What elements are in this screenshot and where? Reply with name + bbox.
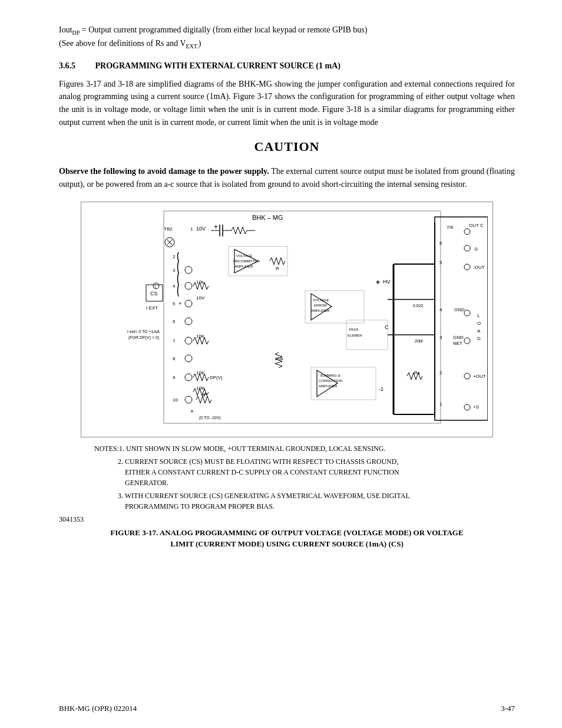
svg-point-71 — [464, 229, 470, 235]
svg-text:10V: 10V — [196, 226, 206, 232]
svg-point-28 — [185, 300, 192, 307]
svg-point-85 — [464, 338, 470, 344]
svg-text:I ext= 0 TO +1mA: I ext= 0 TO +1mA — [127, 330, 160, 334]
svg-text:ERROR: ERROR — [314, 304, 327, 307]
svg-text:VOLTAGE: VOLTAGE — [236, 254, 252, 258]
svg-point-92 — [464, 373, 470, 379]
svg-text:i: i — [155, 285, 156, 289]
svg-text:VOLTAGE: VOLTAGE — [313, 298, 329, 302]
note-3-num — [94, 490, 118, 512]
figure-caption: FIGURE 3-17. ANALOG PROGRAMMING OF OUTPU… — [59, 528, 515, 550]
svg-text:6: 6 — [439, 241, 442, 246]
svg-text:A: A — [477, 328, 481, 334]
svg-point-36 — [185, 337, 192, 344]
svg-text:4: 4 — [173, 284, 176, 289]
svg-text:OUT C: OUT C — [469, 223, 484, 228]
svg-text:D: D — [477, 336, 481, 341]
svg-text:L: L — [477, 313, 480, 318]
svg-rect-61 — [311, 367, 376, 400]
note-1: 1. UNIT SHOWN IN SLOW MODE, +OUT TERMINA… — [119, 443, 385, 454]
figure-number: 3041353 — [59, 515, 515, 524]
svg-text:NET: NET — [453, 341, 462, 346]
circuit-svg: BHK – MG TB2 1 10V + 2 — [87, 208, 488, 432]
intro-text: IoutDP = Output current programmed digit… — [59, 24, 515, 51]
svg-text:I EXT: I EXT — [146, 305, 158, 311]
svg-text:-1: -1 — [379, 386, 384, 392]
page: IoutDP = Output current programmed digit… — [0, 0, 562, 728]
svg-point-108 — [153, 283, 159, 289]
svg-text:(0 TO -10V): (0 TO -10V) — [199, 416, 221, 420]
svg-text:10K: 10K — [196, 370, 205, 375]
footer-right: 3-47 — [501, 704, 515, 713]
circuit-diagram: BHK – MG TB2 1 10V + 2 — [81, 202, 493, 437]
svg-text:6: 6 — [173, 319, 176, 324]
svg-text:+: + — [178, 301, 181, 307]
note-2-row: 2. CURRENT SOURCE (CS) MUST BE FLOATING … — [94, 456, 515, 488]
svg-text:3: 3 — [439, 335, 442, 340]
svg-text:R: R — [276, 266, 279, 271]
svg-text:10: 10 — [173, 397, 178, 403]
svg-point-96 — [464, 404, 470, 410]
svg-point-76 — [464, 264, 470, 270]
intro-line2: (See above for definitions of Rs and VEX… — [59, 39, 201, 48]
svg-text:7: 7 — [173, 338, 176, 344]
svg-point-42 — [185, 374, 192, 381]
note-2-num — [94, 456, 118, 488]
vext-sub: EXT. — [186, 43, 199, 50]
iout-sub: DP — [72, 29, 80, 36]
svg-point-73 — [464, 245, 470, 251]
svg-text:(FOR DP(V) = 0): (FOR DP(V) = 0) — [128, 335, 159, 340]
iout-label: IoutDP = Output current programmed digit… — [59, 25, 367, 34]
svg-text:0.022: 0.022 — [413, 304, 424, 308]
svg-text:AMPLIFIER: AMPLIFIER — [319, 384, 338, 388]
svg-point-18 — [185, 282, 192, 289]
svg-text:UNCOMMITTED: UNCOMMITTED — [233, 259, 260, 263]
svg-point-32 — [185, 318, 192, 325]
page-footer: BHK-MG (OPR) 022014 3-47 — [0, 704, 562, 713]
svg-text:HV: HV — [383, 279, 391, 285]
svg-text:+: + — [376, 278, 380, 286]
svg-text:C: C — [385, 324, 389, 330]
svg-point-80 — [464, 310, 470, 316]
caution-body: Observe the following to avoid damage to… — [59, 165, 515, 190]
svg-text:2: 2 — [173, 254, 176, 259]
svg-text:DP(V): DP(V) — [210, 375, 223, 380]
note-3: 3. WITH CURRENT SOURCE (CS) GENERATING A… — [118, 490, 410, 512]
svg-text:+S: +S — [473, 404, 479, 410]
svg-text:BHK – MG: BHK – MG — [252, 214, 283, 221]
svg-text:AMPLIFIER: AMPLIFIER — [311, 309, 330, 312]
svg-text:+: + — [214, 223, 218, 231]
section-number: 3.6.5 — [59, 61, 75, 70]
svg-text:10K: 10K — [196, 334, 205, 339]
svg-text:5: 5 — [173, 301, 176, 307]
footer-left: BHK-MG (OPR) 022014 — [59, 704, 137, 713]
svg-rect-68 — [435, 217, 488, 420]
svg-text:10V: 10V — [196, 295, 205, 301]
note-2: 2. CURRENT SOURCE (CS) MUST BE FLOATING … — [118, 456, 399, 488]
figure-caption-line1: FIGURE 3-17. ANALOG PROGRAMMING OF OUTPU… — [59, 528, 515, 539]
svg-text:PASS: PASS — [349, 328, 359, 331]
svg-text:-S: -S — [473, 246, 478, 252]
svg-text:1: 1 — [190, 226, 193, 232]
svg-text:CORRECTION: CORRECTION — [319, 379, 342, 383]
svg-point-16 — [185, 266, 192, 274]
svg-text:TB2: TB2 — [164, 226, 173, 232]
notes-section: NOTES: 1. UNIT SHOWN IN SLOW MODE, +OUT … — [94, 443, 515, 512]
svg-text:1: 1 — [439, 401, 442, 407]
svg-text:SUMMING &: SUMMING & — [320, 374, 340, 377]
notes-label-row: NOTES: 1. UNIT SHOWN IN SLOW MODE, +OUT … — [94, 443, 515, 454]
section-title: PROGRAMMING WITH EXTERNAL CURRENT SOURCE… — [95, 61, 340, 70]
svg-point-39 — [185, 355, 192, 362]
svg-text:GND: GND — [454, 307, 465, 312]
svg-text:-OUT: -OUT — [473, 265, 485, 270]
notes-label: NOTES: — [94, 443, 119, 454]
note-3-row: 3. WITH CURRENT SOURCE (CS) GENERATING A… — [94, 490, 515, 512]
svg-text:20M: 20M — [415, 339, 423, 343]
figure-caption-line2: LIMIT (CURRENT MODE) USING CURRENT SOURC… — [59, 539, 515, 550]
svg-point-47 — [185, 396, 192, 403]
body-paragraph-1: Figures 3-17 and 3-18 are simplified dia… — [59, 78, 515, 129]
svg-text:+OUT: +OUT — [473, 374, 486, 379]
svg-text:AMPLIFIER: AMPLIFIER — [234, 265, 253, 268]
caution-title: CAUTION — [59, 139, 515, 154]
svg-text:7/8: 7/8 — [447, 225, 454, 230]
